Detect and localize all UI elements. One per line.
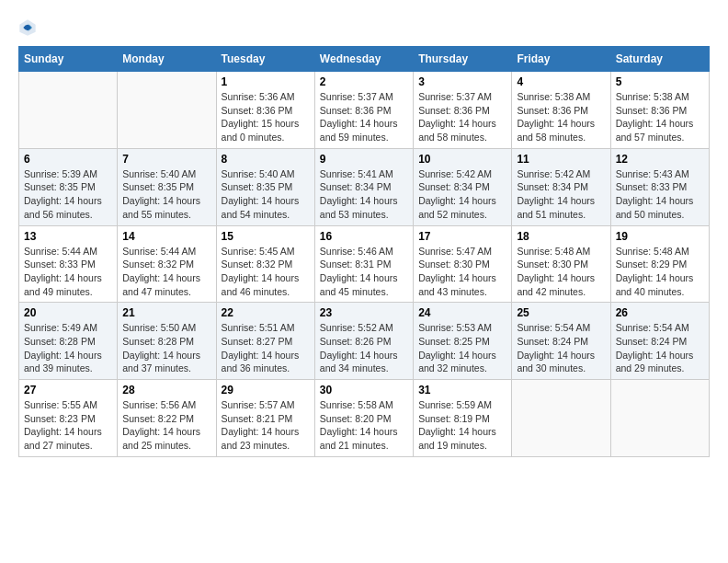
day-number: 3 [418, 75, 506, 88]
calendar-cell [512, 380, 610, 457]
calendar-cell: 14Sunrise: 5:44 AM Sunset: 8:32 PM Dayli… [118, 225, 216, 303]
day-number: 1 [222, 75, 310, 88]
calendar-cell: 24Sunrise: 5:53 AM Sunset: 8:25 PM Dayli… [414, 303, 512, 380]
calendar-cell: 29Sunrise: 5:57 AM Sunset: 8:21 PM Dayli… [216, 380, 314, 457]
day-info: Sunrise: 5:49 AM Sunset: 8:28 PM Dayligh… [24, 321, 112, 375]
day-number: 8 [222, 153, 310, 166]
day-info: Sunrise: 5:56 AM Sunset: 8:22 PM Dayligh… [122, 398, 210, 453]
day-info: Sunrise: 5:41 AM Sunset: 8:34 PM Dayligh… [320, 167, 408, 222]
calendar-cell: 31Sunrise: 5:59 AM Sunset: 8:19 PM Dayli… [414, 380, 512, 457]
day-info: Sunrise: 5:57 AM Sunset: 8:21 PM Dayligh… [222, 398, 310, 453]
calendar-cell: 15Sunrise: 5:45 AM Sunset: 8:32 PM Dayli… [216, 225, 314, 303]
calendar-cell: 9Sunrise: 5:41 AM Sunset: 8:34 PM Daylig… [314, 148, 413, 225]
day-number: 18 [517, 230, 605, 243]
day-number: 19 [616, 230, 704, 243]
calendar-cell: 25Sunrise: 5:54 AM Sunset: 8:24 PM Dayli… [512, 303, 610, 380]
calendar-cell [118, 72, 216, 149]
calendar-cell: 20Sunrise: 5:49 AM Sunset: 8:28 PM Dayli… [19, 303, 118, 380]
calendar-cell: 11Sunrise: 5:42 AM Sunset: 8:34 PM Dayli… [512, 148, 610, 225]
day-info: Sunrise: 5:51 AM Sunset: 8:27 PM Dayligh… [222, 321, 310, 375]
day-number: 29 [222, 384, 310, 396]
day-number: 31 [418, 384, 506, 396]
day-info: Sunrise: 5:42 AM Sunset: 8:34 PM Dayligh… [517, 167, 605, 222]
day-number: 21 [122, 306, 210, 319]
calendar-cell: 30Sunrise: 5:58 AM Sunset: 8:20 PM Dayli… [314, 380, 413, 457]
calendar-header-row: SundayMondayTuesdayWednesdayThursdayFrid… [19, 47, 710, 72]
day-info: Sunrise: 5:39 AM Sunset: 8:35 PM Dayligh… [24, 167, 112, 222]
calendar-week-row: 27Sunrise: 5:55 AM Sunset: 8:23 PM Dayli… [19, 380, 710, 457]
day-info: Sunrise: 5:40 AM Sunset: 8:35 PM Dayligh… [122, 167, 210, 222]
calendar-cell: 2Sunrise: 5:37 AM Sunset: 8:36 PM Daylig… [314, 72, 413, 149]
calendar-cell: 5Sunrise: 5:38 AM Sunset: 8:36 PM Daylig… [610, 72, 709, 149]
header-thursday: Thursday [414, 47, 512, 72]
day-info: Sunrise: 5:46 AM Sunset: 8:31 PM Dayligh… [320, 245, 408, 299]
day-number: 2 [320, 75, 408, 88]
calendar-cell: 18Sunrise: 5:48 AM Sunset: 8:30 PM Dayli… [512, 225, 610, 303]
calendar-cell: 28Sunrise: 5:56 AM Sunset: 8:22 PM Dayli… [118, 380, 216, 457]
day-number: 14 [122, 230, 210, 243]
day-number: 11 [517, 153, 605, 166]
calendar-cell: 12Sunrise: 5:43 AM Sunset: 8:33 PM Dayli… [610, 148, 709, 225]
day-info: Sunrise: 5:58 AM Sunset: 8:20 PM Dayligh… [320, 398, 408, 453]
day-number: 5 [616, 75, 704, 88]
day-info: Sunrise: 5:54 AM Sunset: 8:24 PM Dayligh… [517, 321, 605, 375]
calendar-cell: 8Sunrise: 5:40 AM Sunset: 8:35 PM Daylig… [216, 148, 314, 225]
calendar-cell: 17Sunrise: 5:47 AM Sunset: 8:30 PM Dayli… [414, 225, 512, 303]
day-info: Sunrise: 5:59 AM Sunset: 8:19 PM Dayligh… [418, 398, 506, 453]
calendar-cell: 26Sunrise: 5:54 AM Sunset: 8:24 PM Dayli… [610, 303, 709, 380]
header-friday: Friday [512, 47, 610, 72]
page-header [18, 18, 710, 37]
calendar-cell: 6Sunrise: 5:39 AM Sunset: 8:35 PM Daylig… [19, 148, 118, 225]
day-info: Sunrise: 5:48 AM Sunset: 8:30 PM Dayligh… [517, 245, 605, 299]
day-info: Sunrise: 5:38 AM Sunset: 8:36 PM Dayligh… [517, 90, 605, 144]
day-number: 23 [320, 306, 408, 319]
calendar-week-row: 1Sunrise: 5:36 AM Sunset: 8:36 PM Daylig… [19, 72, 710, 149]
day-number: 13 [24, 230, 112, 243]
day-number: 7 [122, 153, 210, 166]
calendar-cell [19, 72, 118, 149]
calendar-week-row: 6Sunrise: 5:39 AM Sunset: 8:35 PM Daylig… [19, 148, 710, 225]
day-info: Sunrise: 5:40 AM Sunset: 8:35 PM Dayligh… [222, 167, 310, 222]
day-number: 20 [24, 306, 112, 319]
day-info: Sunrise: 5:36 AM Sunset: 8:36 PM Dayligh… [222, 90, 310, 144]
day-info: Sunrise: 5:43 AM Sunset: 8:33 PM Dayligh… [616, 167, 704, 222]
day-number: 17 [418, 230, 506, 243]
logo-icon [18, 18, 37, 37]
day-info: Sunrise: 5:42 AM Sunset: 8:34 PM Dayligh… [418, 167, 506, 222]
day-info: Sunrise: 5:37 AM Sunset: 8:36 PM Dayligh… [320, 90, 408, 144]
day-number: 9 [320, 153, 408, 166]
calendar-cell: 22Sunrise: 5:51 AM Sunset: 8:27 PM Dayli… [216, 303, 314, 380]
calendar-week-row: 13Sunrise: 5:44 AM Sunset: 8:33 PM Dayli… [19, 225, 710, 303]
calendar-cell: 19Sunrise: 5:48 AM Sunset: 8:29 PM Dayli… [610, 225, 709, 303]
day-number: 27 [24, 384, 112, 396]
day-info: Sunrise: 5:50 AM Sunset: 8:28 PM Dayligh… [122, 321, 210, 375]
day-info: Sunrise: 5:54 AM Sunset: 8:24 PM Dayligh… [616, 321, 704, 375]
header-saturday: Saturday [610, 47, 709, 72]
day-number: 26 [616, 306, 704, 319]
header-wednesday: Wednesday [314, 47, 413, 72]
calendar-cell: 10Sunrise: 5:42 AM Sunset: 8:34 PM Dayli… [414, 148, 512, 225]
day-number: 24 [418, 306, 506, 319]
calendar-cell [610, 380, 709, 457]
calendar-cell: 4Sunrise: 5:38 AM Sunset: 8:36 PM Daylig… [512, 72, 610, 149]
day-info: Sunrise: 5:47 AM Sunset: 8:30 PM Dayligh… [418, 245, 506, 299]
day-number: 6 [24, 153, 112, 166]
header-monday: Monday [118, 47, 216, 72]
day-info: Sunrise: 5:55 AM Sunset: 8:23 PM Dayligh… [24, 398, 112, 453]
day-info: Sunrise: 5:44 AM Sunset: 8:33 PM Dayligh… [24, 245, 112, 299]
calendar-cell: 21Sunrise: 5:50 AM Sunset: 8:28 PM Dayli… [118, 303, 216, 380]
calendar-cell: 1Sunrise: 5:36 AM Sunset: 8:36 PM Daylig… [216, 72, 314, 149]
day-info: Sunrise: 5:53 AM Sunset: 8:25 PM Dayligh… [418, 321, 506, 375]
day-number: 28 [122, 384, 210, 396]
day-info: Sunrise: 5:38 AM Sunset: 8:36 PM Dayligh… [616, 90, 704, 144]
calendar-week-row: 20Sunrise: 5:49 AM Sunset: 8:28 PM Dayli… [19, 303, 710, 380]
calendar-cell: 7Sunrise: 5:40 AM Sunset: 8:35 PM Daylig… [118, 148, 216, 225]
calendar-cell: 23Sunrise: 5:52 AM Sunset: 8:26 PM Dayli… [314, 303, 413, 380]
day-number: 15 [222, 230, 310, 243]
calendar-cell: 16Sunrise: 5:46 AM Sunset: 8:31 PM Dayli… [314, 225, 413, 303]
day-number: 25 [517, 306, 605, 319]
day-number: 4 [517, 75, 605, 88]
day-number: 10 [418, 153, 506, 166]
calendar-cell: 3Sunrise: 5:37 AM Sunset: 8:36 PM Daylig… [414, 72, 512, 149]
day-number: 16 [320, 230, 408, 243]
